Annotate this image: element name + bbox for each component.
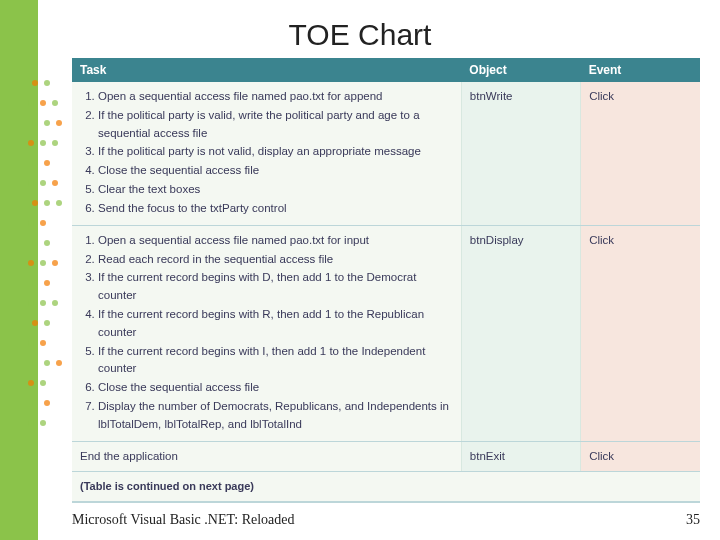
task-cell: Open a sequential access file named pao.… — [72, 225, 461, 441]
event-cell: Click — [581, 225, 700, 441]
header-object: Object — [461, 58, 580, 82]
task-item: If the political party is not valid, dis… — [98, 143, 453, 161]
event-cell: Click — [581, 82, 700, 225]
event-cell: Click — [581, 441, 700, 472]
caption-row: (Table is continued on next page) — [72, 472, 700, 503]
task-item: If the political party is valid, write t… — [98, 107, 453, 143]
dots-decoration — [26, 70, 76, 450]
header-task: Task — [72, 58, 461, 82]
task-cell: End the application — [72, 441, 461, 472]
footer-text: Microsoft Visual Basic .NET: Reloaded — [72, 512, 295, 528]
object-cell: btnDisplay — [461, 225, 580, 441]
task-item: If the current record begins with D, the… — [98, 269, 453, 305]
page-number: 35 — [686, 512, 700, 528]
table-caption: (Table is continued on next page) — [72, 472, 700, 503]
table-row: End the applicationbtnExitClick — [72, 441, 700, 472]
task-cell: Open a sequential access file named pao.… — [72, 82, 461, 225]
task-item: Read each record in the sequential acces… — [98, 251, 453, 269]
table-header-row: Task Object Event — [72, 58, 700, 82]
toe-chart-table: Task Object Event Open a sequential acce… — [72, 58, 700, 503]
task-item: If the current record begins with I, the… — [98, 343, 453, 379]
page-title: TOE Chart — [0, 18, 720, 52]
table-row: Open a sequential access file named pao.… — [72, 225, 700, 441]
task-item: Open a sequential access file named pao.… — [98, 88, 453, 106]
task-item: Display the number of Democrats, Republi… — [98, 398, 453, 434]
header-event: Event — [581, 58, 700, 82]
task-item: Clear the text boxes — [98, 181, 453, 199]
task-item: Close the sequential access file — [98, 162, 453, 180]
table-row: Open a sequential access file named pao.… — [72, 82, 700, 225]
task-item: Close the sequential access file — [98, 379, 453, 397]
object-cell: btnExit — [461, 441, 580, 472]
task-item: Open a sequential access file named pao.… — [98, 232, 453, 250]
task-item: Send the focus to the txtParty control — [98, 200, 453, 218]
task-item: If the current record begins with R, the… — [98, 306, 453, 342]
object-cell: btnWrite — [461, 82, 580, 225]
